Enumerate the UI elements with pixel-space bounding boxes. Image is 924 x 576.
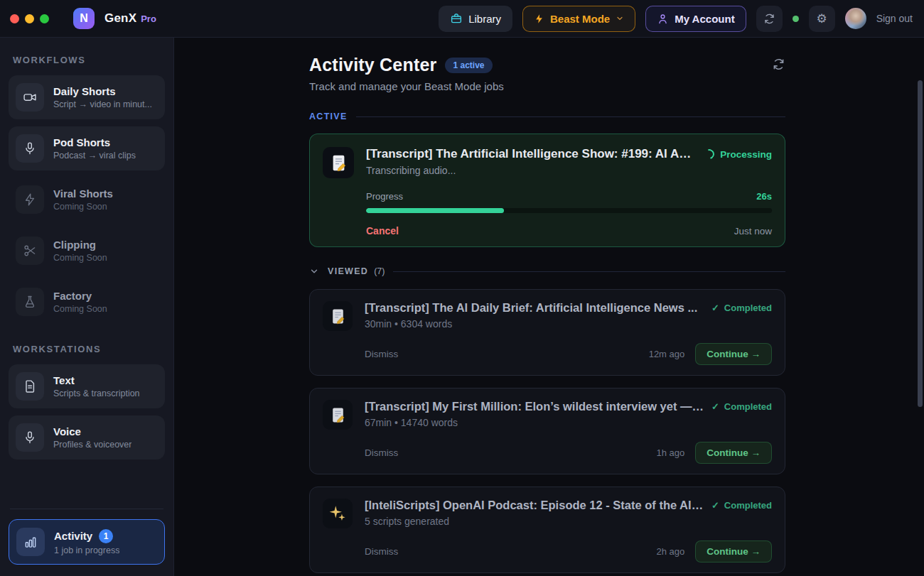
- mic-icon: [16, 423, 44, 452]
- active-count-badge: 1 active: [445, 58, 492, 73]
- processing-status: Processing: [704, 149, 772, 160]
- sidebar: WORKFLOWS Daily Shorts Script → video in…: [0, 38, 174, 576]
- sidebar-item-activity[interactable]: Activity 1 1 job in progress: [9, 519, 165, 565]
- memo-icon: [323, 400, 353, 430]
- my-account-button[interactable]: My Account: [645, 6, 746, 32]
- sidebar-item-clipping: Clipping Coming Soon: [9, 229, 165, 273]
- memo-icon: [323, 301, 353, 331]
- viewed-section-count: (7): [374, 266, 385, 276]
- active-job-stage: Transcribing audio...: [366, 165, 772, 176]
- brand-tier-badge: Pro: [141, 13, 156, 24]
- check-icon: ✓: [711, 303, 719, 313]
- check-icon: ✓: [711, 500, 719, 511]
- brand: GenX Pro: [104, 11, 156, 26]
- dismiss-button[interactable]: Dismiss: [365, 349, 398, 359]
- zoom-window-button[interactable]: [40, 14, 49, 23]
- bolt-icon: [534, 13, 544, 24]
- sidebar-item-label: Text: [53, 374, 140, 386]
- viewed-job-title: [Transcript] The AI Daily Brief: Artific…: [365, 301, 704, 315]
- active-job-title: [Transcript] The Artificial Intelligence…: [366, 147, 697, 161]
- refresh-icon: [763, 13, 775, 25]
- progress-label: Progress: [366, 191, 403, 202]
- viewed-job-title: [InteliScripts] OpenAI Podcast: Episode …: [365, 499, 704, 512]
- sign-out-link[interactable]: Sign out: [876, 13, 913, 24]
- sparkles-icon: [323, 499, 353, 528]
- sidebar-item-label: Clipping: [53, 239, 107, 251]
- continue-button[interactable]: Continue →: [695, 442, 772, 464]
- continue-button[interactable]: Continue →: [695, 540, 772, 563]
- sidebar-item-label: Viral Shorts: [53, 188, 113, 200]
- sidebar-item-subtitle: 1 job in progress: [54, 545, 119, 555]
- beast-mode-label: Beast Mode: [550, 13, 610, 25]
- progress-bar: [366, 208, 772, 213]
- brand-name: GenX: [104, 11, 136, 26]
- completed-status: ✓ Completed: [711, 500, 772, 511]
- my-account-label: My Account: [675, 13, 734, 25]
- page-title: Activity Center: [309, 55, 436, 75]
- window-controls: [10, 14, 49, 23]
- sidebar-item-label: Activity: [54, 530, 92, 542]
- refresh-jobs-button[interactable]: [772, 55, 785, 71]
- viewed-job-timestamp: 2h ago: [656, 546, 684, 557]
- completed-status-label: Completed: [724, 500, 772, 511]
- library-icon: [450, 12, 463, 25]
- sidebar-item-subtitle: Script → video in minut...: [53, 99, 152, 109]
- progress-bar-fill: [366, 208, 504, 213]
- continue-button[interactable]: Continue →: [695, 343, 772, 365]
- viewed-job-card: [Transcript] The AI Daily Brief: Artific…: [309, 289, 785, 376]
- sidebar-item-voice[interactable]: Voice Profiles & voiceover: [9, 415, 165, 460]
- elapsed-time: 26s: [756, 191, 772, 202]
- collapse-viewed-chevron-icon[interactable]: [309, 266, 319, 276]
- app-window: N GenX Pro Library: [0, 0, 924, 576]
- sidebar-item-daily-shorts[interactable]: Daily Shorts Script → video in minut...: [9, 75, 165, 119]
- sidebar-item-label: Daily Shorts: [53, 85, 152, 97]
- section-divider: [356, 116, 785, 117]
- check-icon: ✓: [711, 401, 719, 412]
- person-icon: [657, 13, 669, 25]
- cancel-job-button[interactable]: Cancel: [366, 225, 399, 237]
- viewed-jobs-list: [Transcript] The AI Daily Brief: Artific…: [309, 289, 785, 576]
- processing-status-label: Processing: [720, 149, 772, 160]
- minimize-window-button[interactable]: [25, 14, 34, 23]
- sidebar-item-subtitle: Podcast → viral clips: [53, 151, 136, 161]
- sidebar-item-subtitle: Coming Soon: [53, 304, 107, 314]
- active-section-label: ACTIVE: [309, 112, 348, 121]
- settings-button[interactable]: ⚙: [809, 6, 835, 32]
- sidebar-item-pod-shorts[interactable]: Pod Shorts Podcast → viral clips: [9, 126, 165, 170]
- viewed-job-card: [InteliScripts] OpenAI Podcast: Episode …: [309, 487, 785, 573]
- mic-icon: [16, 134, 44, 163]
- workstations-section-header: WORKSTATIONS: [13, 344, 161, 354]
- sync-button[interactable]: [756, 6, 783, 32]
- workflows-section-header: WORKFLOWS: [13, 55, 161, 65]
- topbar: N GenX Pro Library: [0, 0, 924, 38]
- dismiss-button[interactable]: Dismiss: [365, 447, 398, 458]
- page-subtitle: Track and manage your Beast Mode jobs: [309, 80, 785, 92]
- sidebar-divider: [10, 509, 163, 509]
- section-divider: [393, 271, 785, 272]
- viewed-job-meta: 5 scripts generated: [365, 516, 772, 527]
- sidebar-item-subtitle: Scripts & transcription: [53, 388, 140, 398]
- sidebar-item-subtitle: Coming Soon: [53, 253, 107, 263]
- active-job-timestamp: Just now: [734, 226, 772, 237]
- viewed-job-card: [Transcript] My First Million: Elon’s wi…: [309, 388, 785, 474]
- main-content: Activity Center 1 active Track and manag…: [174, 38, 924, 576]
- sidebar-item-label: Factory: [53, 290, 107, 302]
- scrollbar-thumb[interactable]: [918, 80, 923, 407]
- sidebar-item-viral-shorts: Viral Shorts Coming Soon: [9, 178, 165, 222]
- bar-chart-icon: [16, 528, 45, 556]
- app-logo: N: [73, 8, 95, 29]
- beast-mode-dropdown[interactable]: Beast Mode: [522, 6, 635, 32]
- close-window-button[interactable]: [10, 14, 19, 23]
- viewed-job-meta: 67min • 14740 words: [365, 417, 772, 428]
- user-avatar[interactable]: [845, 8, 866, 29]
- dismiss-button[interactable]: Dismiss: [365, 546, 398, 557]
- completed-status: ✓ Completed: [711, 401, 772, 412]
- bolt-icon: [16, 185, 44, 214]
- sidebar-item-label: Voice: [53, 425, 131, 438]
- library-button[interactable]: Library: [439, 6, 512, 32]
- library-label: Library: [468, 13, 501, 25]
- chevron-down-icon: [616, 14, 624, 23]
- sidebar-item-subtitle: Coming Soon: [53, 202, 113, 212]
- sidebar-item-subtitle: Profiles & voiceover: [53, 440, 131, 450]
- sidebar-item-text[interactable]: Text Scripts & transcription: [9, 364, 165, 408]
